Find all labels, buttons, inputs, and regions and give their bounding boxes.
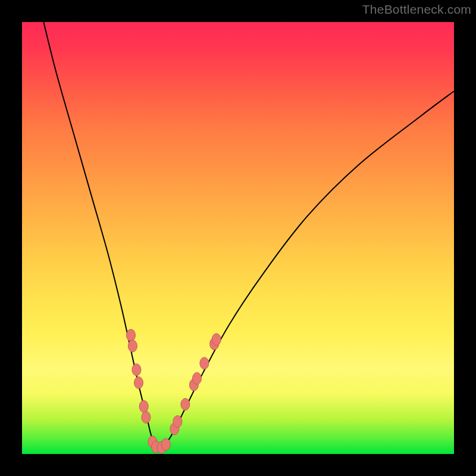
watermark-label: TheBottleneck.com — [362, 2, 471, 17]
curve-marker — [193, 372, 202, 384]
chart-svg — [22, 22, 454, 454]
curve-marker — [161, 439, 170, 450]
curve-marker — [200, 358, 209, 369]
curve-marker — [173, 416, 182, 428]
curve-marker — [139, 400, 148, 412]
curve-marker — [181, 399, 190, 411]
chart-stage: TheBottleneck.com — [0, 0, 476, 476]
curve-marker — [132, 364, 141, 375]
curve-marker — [134, 377, 143, 389]
curve-marker — [212, 334, 221, 346]
plot-area — [22, 22, 454, 454]
curve-marker — [128, 340, 137, 352]
curve-marker — [127, 329, 136, 341]
bottleneck-curve — [43, 22, 454, 450]
curve-marker — [142, 411, 151, 423]
